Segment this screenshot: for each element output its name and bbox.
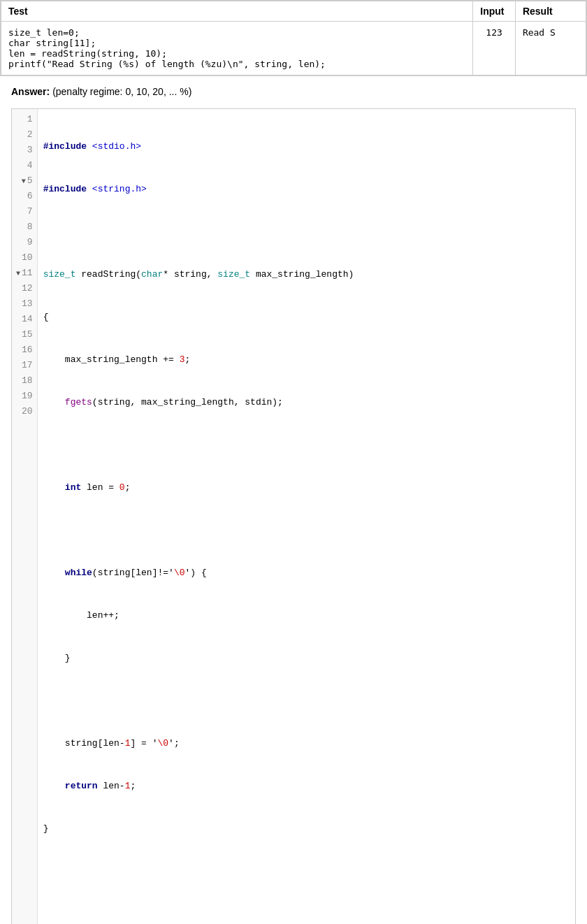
line-numbers: 1 2 3 4 ▼5 6 7 8 9 10 ▼11 12 13 14 15 16… [12,109,38,924]
test-result-cell: Read S [515,22,586,75]
test-table-wrapper: Test Input Result size_t len=0; char str… [0,0,587,76]
col-result-header: Result [515,1,586,22]
test-table: Test Input Result size_t len=0; char str… [1,1,586,75]
test-input-cell: 123 [473,22,516,75]
col-test-header: Test [1,1,473,22]
col-input-header: Input [473,1,516,22]
code-editor[interactable]: 1 2 3 4 ▼5 6 7 8 9 10 ▼11 12 13 14 15 16… [11,108,576,924]
code-content[interactable]: #include <stdio.h> #include <string.h> s… [38,109,575,924]
test-code-cell: size_t len=0; char string[11]; len = rea… [1,22,473,75]
answer-label: Answer: (penalty regime: 0, 10, 20, ... … [11,86,576,97]
answer-section: Answer: (penalty regime: 0, 10, 20, ... … [0,76,587,108]
